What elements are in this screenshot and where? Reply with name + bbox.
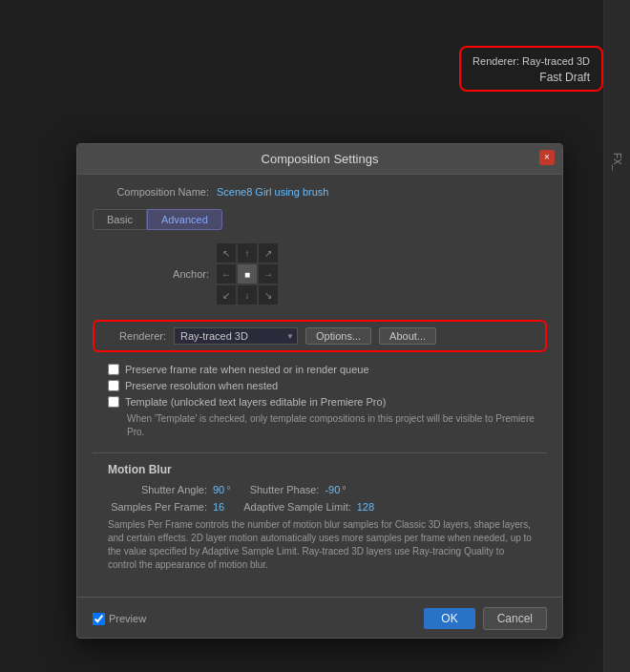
tab-basic[interactable]: Basic bbox=[93, 209, 147, 230]
fast-draft-text: Fast Draft bbox=[472, 71, 590, 84]
renderer-select-wrapper[interactable]: Ray-traced 3D Classic 3D bbox=[174, 327, 298, 345]
template-note: When 'Template' is checked, only templat… bbox=[93, 412, 547, 439]
anchor-center[interactable]: ■ bbox=[238, 264, 257, 284]
anchor-s[interactable]: ↓ bbox=[238, 285, 257, 304]
template-label: Template (unlocked text layers editable … bbox=[125, 396, 386, 408]
close-button[interactable]: × bbox=[539, 150, 555, 165]
preview-checkbox[interactable] bbox=[93, 613, 105, 625]
renderer-select[interactable]: Ray-traced 3D Classic 3D bbox=[174, 327, 298, 345]
renderer-value-text: Ray-traced 3D bbox=[522, 55, 590, 67]
shutter-angle-value[interactable]: 90 bbox=[213, 484, 224, 495]
checkbox-row-2: Template (unlocked text layers editable … bbox=[93, 396, 547, 408]
modal-header: Composition Settings × bbox=[77, 144, 562, 175]
samples-per-frame-label: Samples Per Frame: bbox=[108, 501, 213, 513]
anchor-grid: ↖ ↑ ↗ ← ■ → ↙ ↓ ↘ bbox=[217, 243, 278, 304]
anchor-row: Anchor: ↖ ↑ ↗ ← ■ → ↙ ↓ ↘ bbox=[93, 243, 547, 304]
shutter-phase-value[interactable]: -90 bbox=[325, 484, 340, 495]
template-checkbox[interactable] bbox=[108, 396, 119, 408]
tab-advanced[interactable]: Advanced bbox=[147, 209, 222, 230]
renderer-row-label: Renderer: bbox=[102, 330, 174, 342]
motion-blur-description: Samples Per Frame controls the number of… bbox=[93, 518, 547, 572]
divider-1 bbox=[93, 452, 547, 453]
fx-label: FX_ bbox=[612, 153, 622, 170]
shutter-phase-label: Shutter Phase: bbox=[250, 484, 326, 495]
samples-per-frame-value[interactable]: 16 bbox=[213, 501, 224, 513]
ok-button[interactable]: OK bbox=[424, 608, 474, 629]
right-panel-strip: FX_ bbox=[603, 0, 630, 672]
top-renderer-label: Renderer: Ray-traced 3D bbox=[472, 53, 590, 71]
tab-bar: Basic Advanced bbox=[93, 209, 547, 230]
adaptive-sample-value[interactable]: 128 bbox=[357, 501, 374, 513]
composition-settings-dialog: Composition Settings × Composition Name:… bbox=[76, 143, 563, 639]
preview-label: Preview bbox=[109, 613, 146, 624]
modal-body: Composition Name: Scene8 Girl using brus… bbox=[77, 175, 562, 587]
preserve-framerate-checkbox[interactable] bbox=[108, 364, 119, 375]
anchor-nw[interactable]: ↖ bbox=[217, 243, 236, 262]
shutter-angle-pair: Shutter Angle: 90 ° bbox=[108, 484, 231, 495]
shutter-angle-label: Shutter Angle: bbox=[108, 484, 213, 495]
renderer-row: Renderer: Ray-traced 3D Classic 3D Optio… bbox=[93, 320, 547, 352]
samples-per-frame-pair: Samples Per Frame: 16 bbox=[108, 501, 224, 513]
shutter-row: Shutter Angle: 90 ° Shutter Phase: -90 ° bbox=[93, 484, 547, 495]
checkbox-row-1: Preserve resolution when nested bbox=[93, 380, 547, 391]
samples-row: Samples Per Frame: 16 Adaptive Sample Li… bbox=[93, 501, 547, 513]
shutter-phase-unit: ° bbox=[342, 484, 346, 495]
checkbox-row-0: Preserve frame rate when nested or in re… bbox=[93, 364, 547, 375]
shutter-phase-pair: Shutter Phase: -90 ° bbox=[250, 484, 346, 495]
comp-name-row: Composition Name: Scene8 Girl using brus… bbox=[93, 186, 547, 198]
preserve-framerate-label: Preserve frame rate when nested or in re… bbox=[125, 364, 369, 375]
modal-title: Composition Settings bbox=[262, 152, 379, 166]
comp-name-label: Composition Name: bbox=[93, 186, 217, 198]
options-button[interactable]: Options... bbox=[305, 327, 371, 345]
preview-checkbox-row[interactable]: Preview bbox=[93, 613, 146, 625]
anchor-ne[interactable]: ↗ bbox=[259, 243, 278, 262]
anchor-sw[interactable]: ↙ bbox=[217, 285, 236, 304]
adaptive-sample-label: Adaptive Sample Limit: bbox=[243, 501, 357, 513]
about-button[interactable]: About... bbox=[379, 327, 436, 345]
anchor-e[interactable]: → bbox=[259, 264, 278, 284]
anchor-label: Anchor: bbox=[93, 268, 217, 280]
background: Renderer: Ray-traced 3D Fast Draft FX_ C… bbox=[0, 0, 630, 672]
top-renderer-info: Renderer: Ray-traced 3D Fast Draft bbox=[459, 46, 603, 92]
comp-name-value: Scene8 Girl using brush bbox=[217, 186, 328, 198]
shutter-angle-unit: ° bbox=[226, 484, 230, 495]
preserve-resolution-label: Preserve resolution when nested bbox=[125, 380, 278, 391]
anchor-w[interactable]: ← bbox=[217, 264, 236, 284]
anchor-n[interactable]: ↑ bbox=[238, 243, 257, 262]
cancel-button[interactable]: Cancel bbox=[483, 607, 547, 630]
renderer-label-text: Renderer: bbox=[472, 55, 519, 67]
adaptive-sample-pair: Adaptive Sample Limit: 128 bbox=[243, 501, 374, 513]
preserve-resolution-checkbox[interactable] bbox=[108, 380, 119, 391]
anchor-se[interactable]: ↘ bbox=[259, 285, 278, 304]
modal-footer: Preview OK Cancel bbox=[77, 597, 562, 638]
motion-blur-header: Motion Blur bbox=[93, 463, 547, 476]
